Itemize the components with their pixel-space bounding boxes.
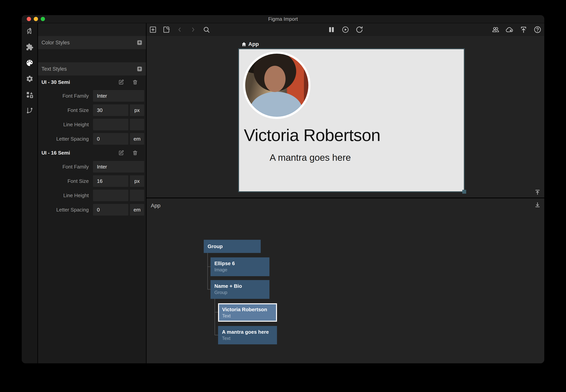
add-frame-icon[interactable]	[149, 25, 157, 34]
fullscreen-button[interactable]	[41, 17, 45, 21]
field-row: Letter Spacing 0 em	[38, 132, 146, 146]
home-icon	[241, 42, 247, 47]
import-flow-icon[interactable]	[25, 27, 34, 35]
delete-trash-icon[interactable]	[132, 150, 138, 156]
edit-pencil-icon[interactable]	[118, 79, 124, 85]
line-height-unit[interactable]	[130, 119, 144, 130]
nav-back-icon[interactable]	[175, 25, 184, 34]
card-mantra-text[interactable]: A mantra goes here	[270, 153, 351, 162]
tree-node-group[interactable]: Group	[204, 240, 261, 253]
plugins-icon[interactable]	[25, 43, 34, 51]
layer-tree-panel: App Group Ellipse 6 Image Name +	[146, 198, 544, 363]
traffic-lights	[27, 15, 45, 23]
app-frame-card[interactable]: Victoria Robertson A mantra goes here	[239, 49, 464, 191]
line-height-unit[interactable]	[130, 190, 144, 201]
minimize-button[interactable]	[34, 17, 38, 21]
styles-palette-icon[interactable]	[25, 59, 34, 67]
card-name-text[interactable]: Victoria Robertson	[244, 127, 380, 144]
field-label: Line Height	[38, 193, 89, 198]
color-styles-title: Color Styles	[42, 40, 137, 46]
profile-photo[interactable]	[243, 52, 310, 119]
letter-spacing-unit[interactable]: em	[130, 133, 144, 145]
split-columns-icon[interactable]	[327, 25, 336, 34]
activity-bar	[22, 23, 37, 363]
tree-connector	[215, 335, 218, 335]
tree-connector	[215, 312, 218, 312]
add-text-style-button[interactable]	[137, 67, 142, 71]
main-area: App Victoria Robertson A mantra goes her…	[146, 23, 544, 363]
field-row: Font Family Inter	[38, 160, 146, 174]
font-size-input[interactable]: 16	[93, 175, 128, 187]
search-icon[interactable]	[202, 25, 211, 34]
app-window: Figma Import	[22, 15, 544, 363]
field-row: Line Height	[38, 117, 146, 132]
field-label: Line Height	[38, 122, 89, 128]
font-size-input[interactable]: 30	[93, 104, 128, 116]
collapse-up-icon[interactable]	[534, 189, 541, 196]
open-file-search-icon[interactable]	[162, 25, 171, 34]
letter-spacing-input[interactable]: 0	[93, 133, 128, 145]
nav-forward-icon[interactable]	[189, 25, 197, 34]
delete-trash-icon[interactable]	[132, 79, 138, 85]
publish-upload-icon[interactable]	[519, 25, 528, 34]
tree-node-ellipse[interactable]: Ellipse 6 Image	[211, 257, 269, 276]
tree-connector	[207, 253, 208, 290]
font-family-input[interactable]: Inter	[93, 161, 144, 173]
selection-resize-handle[interactable]	[462, 190, 466, 194]
text-style-name: UI - 30 Semi	[42, 79, 110, 85]
text-styles-title: Text Styles	[42, 66, 137, 72]
add-color-style-button[interactable]	[137, 40, 142, 45]
text-styles-header: Text Styles	[38, 62, 146, 76]
field-row: Letter Spacing 0 em	[38, 203, 146, 217]
edit-pencil-icon[interactable]	[118, 150, 124, 156]
field-label: Font Size	[38, 178, 89, 184]
play-icon[interactable]	[341, 25, 350, 34]
letter-spacing-input[interactable]: 0	[93, 204, 128, 216]
field-row: Line Height	[38, 188, 146, 203]
help-icon[interactable]	[533, 25, 542, 34]
breadcrumb-label: App	[248, 41, 259, 47]
settings-gear-icon[interactable]	[25, 75, 34, 83]
text-style-name: UI - 16 Semi	[42, 150, 110, 156]
titlebar: Figma Import	[22, 15, 544, 23]
line-height-input[interactable]	[93, 119, 128, 130]
toolbar	[146, 23, 544, 36]
color-styles-empty-list	[38, 49, 146, 62]
tree-node-mantra[interactable]: A mantra goes here Text	[218, 326, 277, 344]
version-branch-icon[interactable]	[25, 106, 34, 115]
panel-top-strip	[38, 23, 146, 36]
field-label: Font Family	[38, 164, 89, 170]
tree-connector	[207, 266, 211, 267]
tree-node-name-bio[interactable]: Name + Bio Group	[211, 280, 269, 299]
font-family-input[interactable]: Inter	[93, 90, 144, 102]
field-row: Font Size 30 px	[38, 103, 146, 117]
letter-spacing-unit[interactable]: em	[130, 204, 144, 216]
color-styles-header: Color Styles	[38, 36, 146, 49]
field-row: Font Size 16 px	[38, 174, 146, 188]
styles-panel: Color Styles Text Styles UI - 30 Semi	[38, 23, 146, 363]
field-label: Letter Spacing	[38, 136, 89, 142]
font-size-unit[interactable]: px	[130, 175, 144, 187]
window-title: Figma Import	[22, 16, 544, 22]
tree-root-label: App	[151, 203, 160, 209]
font-size-unit[interactable]: px	[130, 104, 144, 116]
field-label: Letter Spacing	[38, 207, 89, 213]
canvas[interactable]: App Victoria Robertson A mantra goes her…	[146, 36, 544, 197]
breadcrumb[interactable]: App	[241, 41, 259, 47]
text-style-row: UI - 16 Semi	[38, 146, 146, 160]
cloud-sync-icon[interactable]	[505, 25, 514, 34]
assets-download-icon[interactable]	[25, 90, 34, 99]
tree-connector	[207, 289, 211, 290]
refresh-icon[interactable]	[355, 25, 364, 34]
field-label: Font Size	[38, 107, 89, 113]
text-style-row: UI - 30 Semi	[38, 76, 146, 89]
collaborators-icon[interactable]	[491, 25, 500, 34]
tree-node-victoria-selected[interactable]: Victoria Robertson Text	[218, 303, 277, 322]
close-button[interactable]	[27, 17, 31, 21]
field-label: Font Family	[38, 93, 89, 99]
line-height-input[interactable]	[93, 190, 128, 201]
field-row: Font Family Inter	[38, 89, 146, 103]
tree-connector	[215, 299, 215, 335]
collapse-down-icon[interactable]	[534, 201, 541, 208]
